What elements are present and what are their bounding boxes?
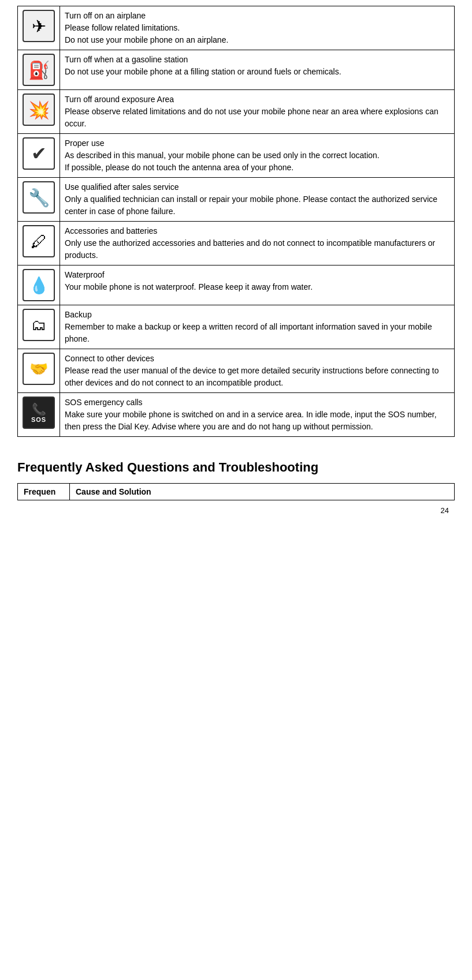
- safety-row-0: ✈Turn off on an airplanePlease follow re…: [18, 6, 455, 50]
- safety-row-desc-1: Do not use your mobile phone at a fillin…: [65, 66, 449, 78]
- icon-cell-accessories: 🖊: [18, 222, 60, 265]
- explosion-icon: 💥: [23, 93, 55, 126]
- safety-row-5: 🖊Accessories and batteriesOnly use the a…: [18, 222, 455, 265]
- sos-icon: 📞SOS: [23, 397, 55, 429]
- icon-cell-explosion: 💥: [18, 90, 60, 134]
- safety-row-desc-9: Make sure your mobile phone is switched …: [65, 409, 449, 433]
- faq-col1-header: Frequen: [18, 484, 70, 500]
- text-cell-accessories: Accessories and batteriesOnly use the au…: [60, 222, 455, 265]
- connect-icon: 🤝: [23, 353, 55, 385]
- safety-row-1: ⛽Turn off when at a gasoline stationDo n…: [18, 50, 455, 90]
- backup-icon: 🗂: [23, 309, 55, 341]
- icon-cell-wrench: 🔧: [18, 178, 60, 222]
- water-drops-icon: 💧: [23, 269, 55, 301]
- gas-station-icon: ⛽: [23, 54, 55, 86]
- safety-row-title-8: Connect to other devices: [65, 353, 449, 365]
- safety-row-title-6: Waterproof: [65, 269, 449, 281]
- safety-row-title-7: Backup: [65, 309, 449, 321]
- faq-section: Frequently Asked Questions and Troublesh…: [17, 460, 455, 500]
- safety-row-desc-3: As described in this manual, your mobile…: [65, 149, 449, 174]
- safety-row-title-9: SOS emergency calls: [65, 397, 449, 409]
- icon-cell-connect: 🤝: [18, 349, 60, 393]
- text-cell-water-drops: WaterproofYour mobile phone is not water…: [60, 265, 455, 305]
- faq-table: Frequen Cause and Solution: [17, 483, 455, 500]
- safety-row-8: 🤝Connect to other devicesPlease read the…: [18, 349, 455, 393]
- text-cell-wrench: Use qualified after sales serviceOnly a …: [60, 178, 455, 222]
- accessories-icon: 🖊: [23, 225, 55, 257]
- text-cell-backup: BackupRemember to make a backup or keep …: [60, 305, 455, 349]
- icon-cell-water-drops: 💧: [18, 265, 60, 305]
- wrench-icon: 🔧: [23, 181, 55, 214]
- faq-col2-header: Cause and Solution: [70, 484, 455, 500]
- icon-cell-backup: 🗂: [18, 305, 60, 349]
- safety-row-title-3: Proper use: [65, 137, 449, 149]
- checkmark-icon: ✔: [23, 137, 55, 170]
- safety-row-desc-7: Remember to make a backup or keep a writ…: [65, 321, 449, 345]
- page-container: ✈Turn off on an airplanePlease follow re…: [0, 0, 472, 532]
- airplane-icon: ✈: [23, 10, 55, 42]
- text-cell-checkmark: Proper useAs described in this manual, y…: [60, 134, 455, 178]
- safety-row-desc-0: Please follow related limitations.Do not…: [65, 22, 449, 46]
- icon-cell-gas-station: ⛽: [18, 50, 60, 90]
- safety-row-9: 📞SOSSOS emergency callsMake sure your mo…: [18, 393, 455, 437]
- icon-cell-checkmark: ✔: [18, 134, 60, 178]
- icon-cell-airplane: ✈: [18, 6, 60, 50]
- safety-row-desc-2: Please observe related limitations and d…: [65, 106, 449, 130]
- safety-row-title-2: Turn off around exposure Area: [65, 93, 449, 106]
- safety-row-desc-4: Only a qualified technician can install …: [65, 193, 449, 218]
- text-cell-explosion: Turn off around exposure AreaPlease obse…: [60, 90, 455, 134]
- safety-row-6: 💧WaterproofYour mobile phone is not wate…: [18, 265, 455, 305]
- page-number: 24: [17, 506, 455, 515]
- safety-row-desc-8: Please read the user manual of the devic…: [65, 365, 449, 389]
- text-cell-airplane: Turn off on an airplanePlease follow rel…: [60, 6, 455, 50]
- safety-row-title-4: Use qualified after sales service: [65, 181, 449, 193]
- safety-row-title-0: Turn off on an airplane: [65, 10, 449, 22]
- safety-row-4: 🔧Use qualified after sales serviceOnly a…: [18, 178, 455, 222]
- faq-title: Frequently Asked Questions and Troublesh…: [17, 460, 455, 475]
- safety-row-title-1: Turn off when at a gasoline station: [65, 54, 449, 66]
- safety-row-desc-5: Only use the authorized accessories and …: [65, 237, 449, 261]
- safety-row-7: 🗂BackupRemember to make a backup or keep…: [18, 305, 455, 349]
- safety-table: ✈Turn off on an airplanePlease follow re…: [17, 6, 455, 437]
- text-cell-gas-station: Turn off when at a gasoline stationDo no…: [60, 50, 455, 90]
- icon-cell-sos: 📞SOS: [18, 393, 60, 437]
- text-cell-connect: Connect to other devicesPlease read the …: [60, 349, 455, 393]
- safety-row-2: 💥Turn off around exposure AreaPlease obs…: [18, 90, 455, 134]
- safety-row-3: ✔Proper useAs described in this manual, …: [18, 134, 455, 178]
- safety-row-desc-6: Your mobile phone is not waterproof. Ple…: [65, 281, 449, 293]
- text-cell-sos: SOS emergency callsMake sure your mobile…: [60, 393, 455, 437]
- safety-row-title-5: Accessories and batteries: [65, 225, 449, 237]
